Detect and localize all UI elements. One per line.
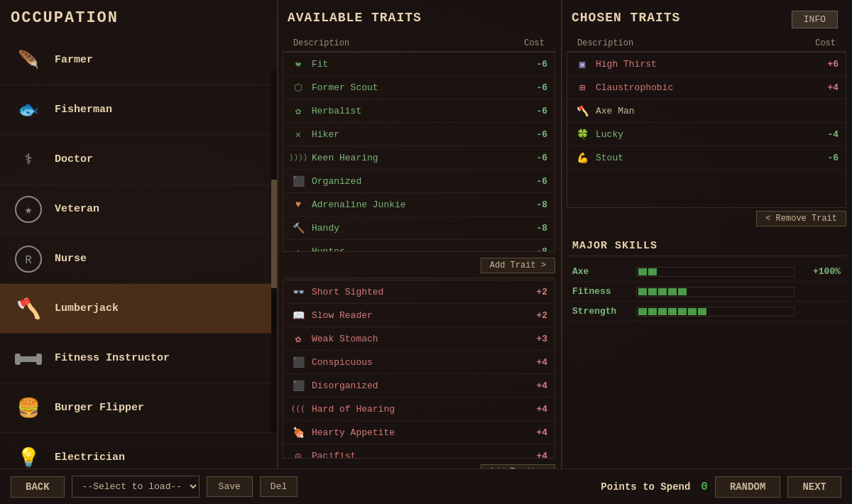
trait-hard-of-hearing[interactable]: ((( Hard of Hearing +4 [283,398,555,421]
trait-former-scout-name: Former Scout [312,82,526,93]
claustrophobic-icon: ⊞ [574,80,590,95]
hiker-icon: ✕ [290,126,306,142]
trait-organized-cost: -6 [526,176,547,187]
load-select-wrapper: --Select to load-- [72,476,200,498]
occupation-scrollbar[interactable] [271,71,277,433]
points-to-spend-label: Points to Spend [601,481,690,493]
skill-fitness-seg3 [658,288,667,295]
trait-hiker-cost: -6 [526,129,547,140]
trait-pacifist-cost: +4 [526,451,547,459]
remove-trait-wrapper: < Remove Trait [561,208,852,229]
add-trait-positive-button[interactable]: Add Trait > [481,258,555,273]
trait-short-sighted-name: Short Sighted [312,287,526,297]
points-to-spend-value: 0 [701,481,708,493]
trait-conspicuous-name: Conspicuous [312,357,526,368]
positive-traits-list[interactable]: ❤ Fit -6 ⬡ Former Scout -6 ✿ Herbalist -… [283,53,555,251]
occupation-item-doctor[interactable]: ⚕ Doctor [0,135,277,185]
occupation-item-farmer[interactable]: 🪶 Farmer [0,35,277,85]
trait-weak-stomach-name: Weak Stomach [312,334,526,344]
occupation-scroll[interactable]: 🪶 Farmer 🐟 Fisherman ⚕ Doctor ★ Veteran [0,35,277,469]
back-button[interactable]: BACK [11,476,65,498]
available-traits-panel: Available Traits Description Cost ❤ Fit … [277,0,561,469]
trait-adrenaline-junkie[interactable]: ♥ Adrenaline Junkie -8 [283,193,555,217]
svg-text:R: R [25,254,32,267]
trait-pacifist[interactable]: ☮ Pacifist +4 [283,444,555,458]
trait-conspicuous[interactable]: ⬛ Conspicuous +4 [283,351,555,374]
trait-handy-name: Handy [312,223,526,234]
negative-traits-section: 👓 Short Sighted +2 📖 Slow Reader +2 ✿ We… [283,280,555,459]
handy-icon: 🔨 [290,220,306,236]
next-button[interactable]: NEXT [787,476,841,498]
trait-former-scout[interactable]: ⬡ Former Scout -6 [283,76,555,99]
trait-pacifist-name: Pacifist [312,451,526,459]
trait-organized[interactable]: ⬛ Organized -6 [283,170,555,193]
chosen-axe-man[interactable]: 🪓 Axe Man [567,99,846,123]
chosen-claustrophobic[interactable]: ⊞ Claustrophobic +4 [567,76,846,99]
trait-keen-hearing[interactable]: )))) Keen Hearing -6 [283,146,555,170]
trait-slow-reader[interactable]: 📖 Slow Reader +2 [283,304,555,327]
svg-rect-5 [15,354,21,365]
trait-handy[interactable]: 🔨 Handy -8 [283,217,555,240]
lumberjack-icon: 🪓 [11,291,46,327]
occupation-scrollbar-thumb[interactable] [271,180,277,288]
trait-disorganized-name: Disorganized [312,380,526,391]
traits-col-headers-pos: Description Cost [283,35,555,52]
burger-flipper-icon: 🍔 [11,390,46,426]
hard-of-hearing-icon: ((( [290,401,306,417]
trait-weak-stomach[interactable]: ✿ Weak Stomach +3 [283,327,555,351]
doctor-label: Doctor [55,153,93,165]
chosen-claustrophobic-name: Claustrophobic [596,82,827,93]
chosen-high-thirst[interactable]: ▣ High Thirst +6 [567,53,846,76]
traits-cost-col: Cost [524,38,545,48]
negative-traits-list[interactable]: 👓 Short Sighted +2 📖 Slow Reader +2 ✿ We… [283,280,555,458]
chosen-lucky-name: Lucky [596,129,827,140]
occupation-item-burger-flipper[interactable]: 🍔 Burger Flipper [0,383,277,433]
occupation-title: Occupation [11,9,119,27]
save-button[interactable]: Save [207,476,253,497]
major-skills-title: Major Skills [567,236,846,256]
skill-row-axe: Axe +100% [567,262,846,282]
conspicuous-icon: ⬛ [290,354,306,370]
trait-herbalist[interactable]: ✿ Herbalist -6 [283,99,555,123]
adrenaline-junkie-icon: ♥ [290,197,306,212]
fisherman-label: Fisherman [55,104,112,116]
trait-herbalist-cost: -6 [526,106,547,116]
chosen-stout-name: Stout [596,153,827,163]
trait-fit[interactable]: ❤ Fit -6 [283,53,555,76]
occupation-item-nurse[interactable]: R Nurse [0,234,277,284]
remove-trait-button[interactable]: < Remove Trait [756,211,846,226]
load-select[interactable]: --Select to load-- [72,476,200,498]
occupation-item-lumberjack[interactable]: 🪓 Lumberjack [0,284,277,334]
trait-short-sighted[interactable]: 👓 Short Sighted +2 [283,280,555,304]
weak-stomach-icon: ✿ [290,331,306,346]
occupation-item-veteran[interactable]: ★ Veteran [0,185,277,234]
trait-disorganized[interactable]: ⬛ Disorganized +4 [283,374,555,398]
occupation-item-electrician[interactable]: 💡 Electrician [0,433,277,469]
del-button[interactable]: Del [260,476,297,497]
trait-disorganized-cost: +4 [526,380,547,391]
chosen-lucky[interactable]: 🍀 Lucky -4 [567,123,846,146]
chosen-stout[interactable]: 💪 Stout -6 [567,146,846,170]
trait-short-sighted-cost: +2 [526,287,547,297]
lucky-icon: 🍀 [574,126,590,142]
occupation-item-fitness-instructor[interactable]: Fitness Instructor [0,334,277,383]
trait-hiker-name: Hiker [312,129,526,140]
trait-hearty-appetite[interactable]: 🍖 Hearty Appetite +4 [283,421,555,444]
skill-row-strength: Strength [567,302,846,322]
trait-weak-stomach-cost: +3 [526,334,547,344]
trait-hiker[interactable]: ✕ Hiker -6 [283,123,555,146]
chosen-high-thirst-cost: +6 [827,59,839,70]
axe-man-icon: 🪓 [574,103,590,119]
svg-text:★: ★ [25,203,33,217]
traits-desc-col: Description [293,38,349,48]
hunter-icon: ✦ [290,243,306,251]
trait-hard-of-hearing-cost: +4 [526,404,547,415]
skill-strength-seg2 [648,308,657,315]
nurse-icon: R [11,241,46,277]
chosen-desc-col: Description [577,38,633,48]
occupation-item-fisherman[interactable]: 🐟 Fisherman [0,85,277,135]
random-button[interactable]: RANDOM [715,476,780,498]
trait-hunter[interactable]: ✦ Hunter -8 [283,240,555,251]
skill-strength-seg6 [688,308,697,315]
section-divider [283,278,555,278]
